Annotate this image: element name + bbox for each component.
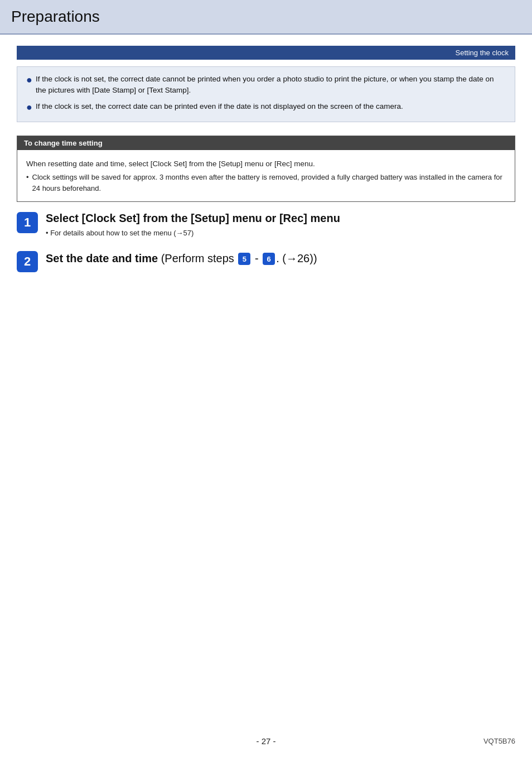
step-2-between: - [252,252,262,264]
note-bullet-2: ● [26,100,32,115]
change-time-sub-note: • Clock settings will be saved for appro… [26,172,506,194]
change-time-description: When resetting date and time, select [Cl… [26,158,506,170]
change-time-box: To change time setting When resetting da… [17,136,515,202]
step-2-title-suffix: (Perform steps [158,252,237,264]
step-2-title-prefix: Set the date and time [46,252,158,264]
note-text-2: If the clock is set, the correct date ca… [36,101,403,112]
step-2-badge-1: 5 [238,253,250,265]
step-2-number: 2 [17,251,38,272]
step-1-number: 1 [17,212,38,233]
note-box: ● If the clock is not set, the correct d… [17,66,515,122]
step-2-badge-2: 6 [263,253,275,265]
change-time-header: To change time setting [17,136,515,150]
page-footer: - 27 - VQT5B76 [0,736,532,746]
note-bullet-1: ● [26,73,32,88]
section-label-text: Setting the clock [456,49,509,57]
footer-model: VQT5B76 [483,737,515,745]
step-2-content: Set the date and time (Perform steps 5 -… [46,250,515,267]
step-1-sub-text: • For details about how to set the menu … [46,229,194,237]
step-1-content: Select [Clock Set] from the [Setup] menu… [46,211,515,239]
sub-note-bullet: • [26,172,29,183]
note-item-2: ● If the clock is set, the correct date … [26,101,506,115]
main-content: Setting the clock ● If the clock is not … [0,35,532,317]
footer-page-number: - 27 - [17,736,515,746]
sub-note-text: Clock settings will be saved for approx.… [32,172,506,194]
change-time-body: When resetting date and time, select [Cl… [17,150,515,202]
section-label-bar: Setting the clock [17,46,515,60]
step-2-title-end: . (→26)) [276,252,317,264]
step-1-sub: • For details about how to set the menu … [46,228,515,239]
step-1-title: Select [Clock Set] from the [Setup] menu… [46,211,515,225]
step-2-title: Set the date and time (Perform steps 5 -… [46,250,515,267]
note-text-1: If the clock is not set, the correct dat… [36,74,506,97]
step-2-container: 2 Set the date and time (Perform steps 5… [17,250,515,272]
page-header: Preparations [0,0,532,35]
change-time-header-text: To change time setting [24,139,103,147]
note-item-1: ● If the clock is not set, the correct d… [26,74,506,97]
step-1-container: 1 Select [Clock Set] from the [Setup] me… [17,211,515,239]
page-title: Preparations [11,8,100,25]
